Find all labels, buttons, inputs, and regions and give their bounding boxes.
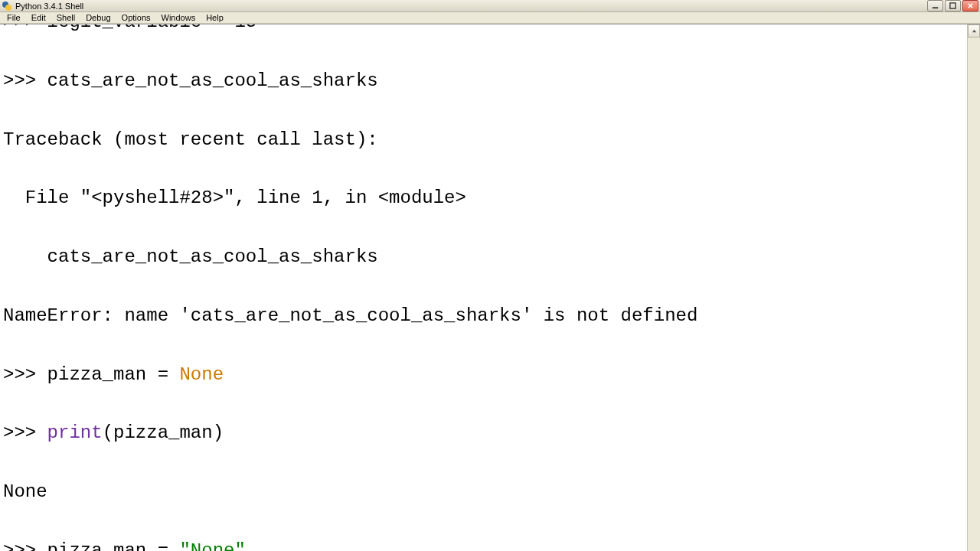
vertical-scrollbar[interactable] [967, 24, 980, 551]
content-area: >>> legit_variable = 15 >>> cats_are_not… [0, 24, 980, 551]
blank-line [3, 155, 964, 184]
svg-point-1 [5, 5, 11, 11]
code-line: >>> print(pizza_man) [3, 419, 964, 448]
code-line: >>> legit_variable = 15 [3, 24, 964, 37]
window-controls [927, 0, 978, 11]
menu-file[interactable]: File [2, 12, 26, 23]
menu-options[interactable]: Options [116, 12, 156, 23]
minimize-button[interactable] [927, 0, 943, 11]
traceback-line: File "<pyshell#28>", line 1, in <module> [3, 184, 964, 213]
menu-edit[interactable]: Edit [26, 12, 51, 23]
code-line [3, 37, 964, 66]
blank-line [3, 96, 964, 125]
blank-line [3, 448, 964, 478]
menu-debug[interactable]: Debug [80, 12, 116, 23]
traceback-line: cats_are_not_as_cool_as_sharks [3, 243, 964, 272]
blank-line [3, 331, 964, 360]
blank-line [3, 507, 964, 536]
code-line: >>> pizza_man = "None" [3, 536, 964, 551]
scroll-track[interactable] [968, 37, 980, 551]
scroll-up-button[interactable] [968, 24, 980, 37]
maximize-button[interactable] [945, 0, 961, 11]
blank-line [3, 214, 964, 243]
traceback-line: Traceback (most recent call last): [3, 126, 964, 155]
close-button[interactable] [962, 0, 978, 11]
shell-text-area[interactable]: >>> legit_variable = 15 >>> cats_are_not… [0, 24, 967, 551]
code-line: >>> pizza_man = None [3, 360, 964, 390]
python-icon [2, 1, 12, 11]
menu-windows[interactable]: Windows [156, 12, 201, 23]
output-line: None [3, 478, 964, 507]
window-title: Python 3.4.1 Shell [15, 2, 927, 11]
traceback-line: NameError: name 'cats_are_not_as_cool_as… [3, 302, 964, 331]
svg-rect-3 [950, 3, 956, 8]
svg-rect-2 [933, 7, 938, 8]
title-bar: Python 3.4.1 Shell [0, 0, 980, 12]
menu-shell[interactable]: Shell [51, 12, 80, 23]
menu-help[interactable]: Help [201, 12, 229, 23]
blank-line [3, 272, 964, 302]
menu-bar: File Edit Shell Debug Options Windows He… [0, 12, 980, 24]
code-line: >>> cats_are_not_as_cool_as_sharks [3, 67, 964, 96]
blank-line [3, 390, 964, 419]
